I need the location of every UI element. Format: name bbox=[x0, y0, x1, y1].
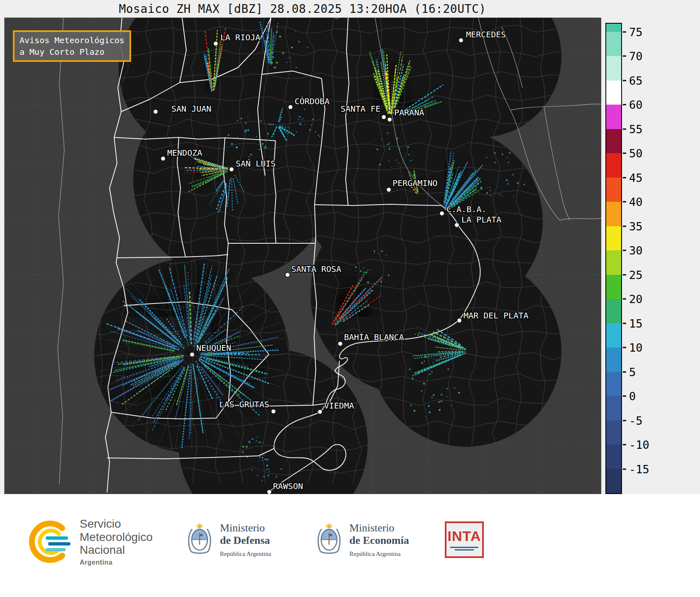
argentina-coat-of-arms-icon bbox=[315, 521, 343, 559]
city-marker bbox=[318, 410, 322, 414]
city-label: LA RIOJA bbox=[220, 32, 260, 42]
colorbar-ticks: 757065605550454035302520151050-5-10-15 bbox=[623, 23, 664, 494]
inta-stripes bbox=[450, 546, 478, 551]
city-marker bbox=[459, 38, 463, 43]
city-marker bbox=[382, 115, 386, 120]
city-marker bbox=[285, 273, 290, 277]
city-label: MERCEDES bbox=[466, 29, 506, 39]
city-marker bbox=[154, 110, 158, 114]
city-marker bbox=[388, 117, 392, 122]
city-marker bbox=[457, 318, 462, 323]
radar-mosaic-canvas: LA RIOJAMERCEDESSAN JUANCÓRDOBASANTA FEP… bbox=[5, 18, 601, 494]
city-marker bbox=[190, 352, 195, 357]
city-marker bbox=[387, 188, 391, 192]
city-label: VIEDMA bbox=[324, 401, 354, 411]
city-label: MENDOZA bbox=[167, 148, 202, 158]
colorbar-segments bbox=[605, 23, 622, 494]
ministerio-defensa-block: Ministerio de Defensa República Argentin… bbox=[186, 521, 271, 559]
defensa-ministry-name: de Defensa bbox=[220, 534, 271, 547]
inta-logo-block: INTA bbox=[445, 521, 484, 558]
city-marker bbox=[161, 157, 166, 161]
inta-label: INTA bbox=[448, 529, 481, 543]
city-label: SANTA FE bbox=[341, 104, 380, 114]
city-marker bbox=[229, 167, 234, 172]
city-label: SAN LUIS bbox=[236, 159, 276, 169]
city-label: SAN JUAN bbox=[171, 104, 211, 114]
ministerio-economia-block: Ministerio de Economía República Argenti… bbox=[315, 521, 409, 559]
footer: Servicio Meteorológico Nacional Argentin… bbox=[0, 494, 700, 597]
city-label: RAWSON bbox=[273, 481, 303, 491]
smn-country: Argentina bbox=[80, 559, 153, 566]
smn-name-line-3: Nacional bbox=[80, 543, 153, 556]
city-label: MAR DEL PLATA bbox=[463, 311, 529, 321]
city-marker bbox=[288, 105, 293, 110]
economia-ministry-word: Ministerio bbox=[349, 522, 409, 534]
defensa-country: República Argentina bbox=[220, 551, 271, 558]
city-marker bbox=[455, 223, 459, 228]
warning-box: Avisos Meteorológicos a Muy Corto Plazo bbox=[13, 30, 131, 62]
argentina-coat-of-arms-icon bbox=[186, 521, 213, 559]
city-label: PERGAMINO bbox=[393, 178, 437, 188]
city-marker bbox=[271, 409, 276, 414]
economia-country: República Argentina bbox=[349, 551, 409, 558]
warning-line-1: Avisos Meteorológicos bbox=[20, 34, 124, 46]
city-label: CÓRDOBA bbox=[295, 96, 329, 106]
smn-name-line-1: Servicio bbox=[80, 517, 153, 530]
city-marker bbox=[440, 211, 444, 216]
city-label: BAHÍA BLANCA bbox=[344, 332, 404, 342]
city-marker bbox=[338, 342, 343, 346]
city-label: SANTA ROSA bbox=[291, 264, 341, 274]
colorbar: 757065605550454035302520151050-5-10-15 bbox=[605, 23, 622, 494]
city-label: PARANÁ bbox=[394, 108, 424, 117]
city-marker bbox=[214, 42, 218, 46]
city-label: NEUQUEN bbox=[196, 343, 231, 353]
smn-logo-block: Servicio Meteorológico Nacional Argentin… bbox=[24, 517, 153, 566]
city-label: C.A.B.A. bbox=[446, 204, 486, 214]
defensa-ministry-word: Ministerio bbox=[220, 522, 271, 534]
inta-logo-icon: INTA bbox=[445, 521, 484, 558]
city-marker bbox=[267, 490, 272, 494]
warning-line-2: a Muy Corto Plazo bbox=[20, 46, 124, 58]
city-label: LAS GRUTAS bbox=[220, 399, 269, 409]
radar-map: LA RIOJAMERCEDESSAN JUANCÓRDOBASANTA FEP… bbox=[4, 17, 601, 494]
city-label: LA PLATA bbox=[461, 215, 501, 225]
smn-name-line-2: Meteorológico bbox=[80, 531, 153, 543]
economia-ministry-name: de Economía bbox=[349, 534, 409, 547]
smn-logo-icon bbox=[24, 517, 73, 566]
product-title: Mosaico ZH MAX [dBZ] 28.08.2025 13:20HOA… bbox=[4, 2, 601, 16]
